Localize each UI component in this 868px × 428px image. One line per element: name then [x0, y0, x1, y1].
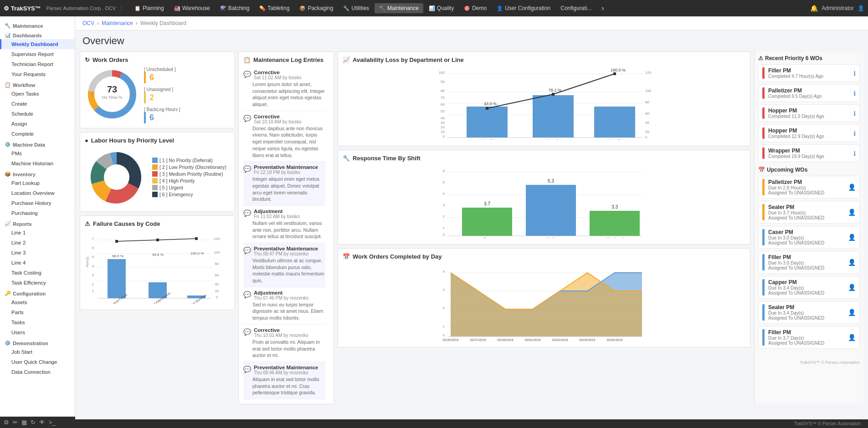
- sidebar-item-purchase-history[interactable]: Purchase History: [0, 198, 75, 208]
- nav-tableting[interactable]: 💊 Tableting: [255, 3, 294, 13]
- nav-demo[interactable]: 🎯 Demo: [459, 3, 491, 13]
- nav-maintenance[interactable]: 🔨 Maintenance: [375, 3, 423, 13]
- svg-text:3: 3: [443, 288, 445, 292]
- sidebar-item-line3[interactable]: Line 3: [0, 248, 75, 258]
- sidebar-tool-edit[interactable]: ✏: [13, 419, 18, 426]
- sidebar-tool-terminal[interactable]: >_: [49, 419, 56, 426]
- sidebar-item-assign[interactable]: Assign: [0, 119, 75, 129]
- rp-upcoming-bar-6: [762, 329, 765, 346]
- rp-assign-button-0[interactable]: 👤: [848, 183, 856, 191]
- sidebar-item-pms[interactable]: PMs: [0, 148, 75, 158]
- notifications-bell[interactable]: 🔔: [810, 5, 818, 12]
- labor-pie-chart: [85, 148, 149, 207]
- response-time-title: 🔧 Response Time By Shift: [343, 155, 745, 162]
- availability-loss-card: 📈 Availability Loss by Department or Lin…: [338, 51, 750, 146]
- sidebar-item-line2[interactable]: Line 2: [0, 238, 75, 248]
- rp-assign-button-5[interactable]: 👤: [848, 309, 856, 316]
- rp-assign-button-4[interactable]: 👤: [848, 284, 856, 291]
- svg-text:100.0 %: 100.0 %: [190, 251, 204, 255]
- sidebar-item-line1[interactable]: Line 1: [0, 228, 75, 238]
- nav-more[interactable]: ›: [597, 2, 608, 14]
- rp-info-button-2[interactable]: ℹ: [853, 110, 856, 117]
- sidebar-item-open-tasks[interactable]: Open Tasks: [0, 89, 75, 99]
- sidebar-item-part-lookup[interactable]: Part Lookup: [0, 178, 75, 188]
- rp-assign-button-3[interactable]: 👤: [848, 259, 856, 266]
- nav-configurati[interactable]: Configurati...: [556, 3, 596, 13]
- rp-upcoming-bar-2: [762, 229, 765, 245]
- log-entries-list[interactable]: 💬 Corrective Sat 11:02 AM by bsisko Lore…: [243, 67, 329, 399]
- sidebar-item-users[interactable]: Users: [0, 327, 75, 337]
- rp-recent-0: Filler PM Completed 4.7 Hour(s) Ago ℹ: [758, 64, 860, 82]
- sidebar-workflow-header: 📋 Workflow: [0, 79, 75, 89]
- svg-text:02/27/2019: 02/27/2019: [470, 338, 486, 341]
- svg-text:7: 7: [92, 237, 94, 241]
- maintenance-log-title: 📋 Maintenance Log Entries: [243, 56, 329, 63]
- brand-icon: ⚙: [4, 5, 9, 12]
- rp-assign-button-2[interactable]: 👤: [848, 234, 856, 241]
- sidebar-item-tasks[interactable]: Tasks: [0, 317, 75, 327]
- rp-info-button-1[interactable]: ℹ: [853, 90, 856, 97]
- sidebar-item-complete[interactable]: Complete: [0, 129, 75, 139]
- rp-assign-button-1[interactable]: 👤: [848, 209, 856, 216]
- svg-text:03/04/2019: 03/04/2019: [606, 338, 622, 341]
- rp-info-button-0[interactable]: ℹ: [853, 70, 856, 77]
- sidebar-item-assets[interactable]: Assets: [0, 297, 75, 307]
- nav-packaging[interactable]: 📦 Packaging: [295, 3, 338, 13]
- sidebar-tool-grid[interactable]: ▦: [21, 419, 27, 426]
- rp-info-button-3[interactable]: ℹ: [853, 130, 856, 137]
- sidebar-item-data-connection[interactable]: Data Connection: [0, 367, 75, 377]
- breadcrumb-maintenance[interactable]: Maintenance: [102, 20, 133, 26]
- svg-text:03/01/2019: 03/01/2019: [524, 338, 540, 341]
- sidebar-item-weekly-dashboard[interactable]: Weekly Dashboard: [0, 39, 75, 49]
- packaging-icon: 📦: [299, 5, 306, 11]
- sidebar-tool-eye[interactable]: 👁: [39, 419, 45, 426]
- sidebar-item-task-costing[interactable]: Task Costing: [0, 268, 75, 278]
- svg-text:0: 0: [443, 134, 445, 138]
- availability-loss-title: 📈 Availability Loss by Department or Lin…: [343, 56, 745, 63]
- svg-text:0: 0: [443, 333, 445, 337]
- sidebar-item-create[interactable]: Create: [0, 99, 75, 109]
- rp-info-button-4[interactable]: ℹ: [853, 150, 856, 157]
- svg-text:100: 100: [129, 92, 135, 96]
- log-bubble-icon-5: 💬: [243, 291, 251, 298]
- nav-warehouse[interactable]: 🏭 Warehouse: [169, 3, 215, 13]
- brand-name: TrakSYS™: [11, 5, 41, 12]
- sidebar-item-supervisor-report[interactable]: Supervisor Report: [0, 49, 75, 59]
- log-entry-5: 💬 Adjustment Thu 07:46 PM by nrozenko Se…: [243, 287, 325, 325]
- rp-recent-1: Palletizer PM Completed 6.5 Day(s) Ago ℹ: [758, 84, 860, 102]
- nav-utilities[interactable]: 🔧 Utilities: [339, 3, 374, 13]
- warning-icon-rp: ⚠: [758, 55, 763, 61]
- sidebar-item-user-quick-change[interactable]: User Quick Change: [0, 357, 75, 367]
- user-avatar-icon: 👤: [858, 5, 864, 11]
- nav-batching[interactable]: ⚗️ Batching: [216, 3, 254, 13]
- sidebar-item-technician-report[interactable]: Technician Report: [0, 59, 75, 69]
- nav-user-config[interactable]: 👤 User Configuration: [492, 3, 555, 13]
- svg-text:50: 50: [441, 109, 445, 113]
- legend-urgent: [ 5 ] Urgent: [152, 185, 226, 190]
- legend-dot-6: [152, 192, 158, 197]
- rp-color-bar-1: [762, 87, 765, 99]
- breadcrumb-ocv[interactable]: OCV: [82, 20, 94, 26]
- rp-upcoming-bar-5: [762, 304, 765, 321]
- sidebar-tool-settings[interactable]: ⚙: [4, 419, 9, 426]
- rp-assign-button-6[interactable]: 👤: [848, 334, 856, 341]
- sidebar-item-parts[interactable]: Parts: [0, 307, 75, 317]
- svg-text:20: 20: [645, 130, 649, 134]
- sidebar-item-your-requests[interactable]: Your Requests: [0, 69, 75, 79]
- sidebar-item-location-overview[interactable]: Location Overview: [0, 188, 75, 198]
- nav-planning[interactable]: 📋 Planning: [130, 3, 169, 13]
- failure-causes-card: ⚠ Failure Causes by Code 7 6 5 4 3 2 1 H…: [80, 215, 235, 310]
- rp-upcoming-6: Filler PM Due In 3.7 Day(s) Assigned To …: [758, 326, 860, 349]
- sidebar-item-job-start[interactable]: Job Start: [0, 347, 75, 357]
- nav-quality[interactable]: 📊 Quality: [424, 3, 458, 13]
- sidebar-item-task-efficiency[interactable]: Task Efficiency: [0, 278, 75, 288]
- wrench-icon: 🔧: [343, 155, 350, 162]
- sidebar-item-machine-historian[interactable]: Machine Historian: [0, 158, 75, 168]
- sidebar-item-purchasing[interactable]: Purchasing: [0, 208, 75, 218]
- sidebar-item-schedule[interactable]: Schedule: [0, 109, 75, 119]
- rp-recent-2: Hopper PM Completed 11.5 Day(s) Ago ℹ: [758, 104, 860, 122]
- svg-text:5.3: 5.3: [548, 178, 554, 183]
- svg-text:20: 20: [441, 125, 445, 129]
- sidebar-item-line4[interactable]: Line 4: [0, 258, 75, 268]
- sidebar-tool-refresh[interactable]: ↻: [31, 419, 36, 426]
